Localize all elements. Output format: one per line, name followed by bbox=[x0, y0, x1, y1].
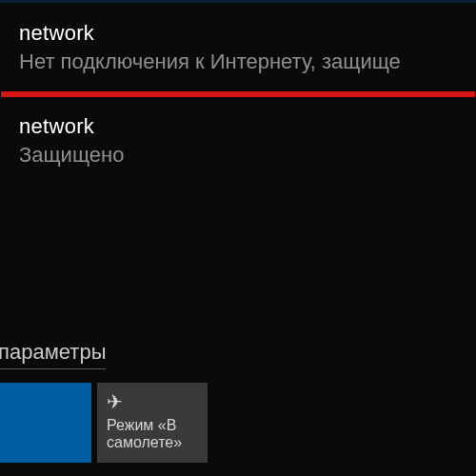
network-name: network bbox=[19, 114, 457, 139]
flyout-column: network Нет подключения к Интернету, защ… bbox=[0, 0, 476, 476]
wifi-icon bbox=[0, 390, 82, 413]
network-status: Нет подключения к Интернету, защище bbox=[19, 50, 457, 74]
airplane-mode-tile[interactable]: ✈ Режим «В самолете» bbox=[97, 383, 208, 463]
quick-tiles: ✈ Режим «В самолете» bbox=[0, 377, 476, 476]
airplane-icon: ✈ bbox=[107, 390, 198, 413]
network-status: Защищено bbox=[19, 143, 457, 168]
network-item-1[interactable]: network Нет подключения к Интернету, защ… bbox=[0, 0, 476, 91]
network-settings-link[interactable]: евые параметры bbox=[0, 340, 106, 369]
network-flyout: network Нет подключения к Интернету, защ… bbox=[0, 0, 476, 476]
airplane-tile-label: Режим «В самолете» bbox=[107, 417, 198, 452]
network-name: network bbox=[19, 21, 457, 46]
top-border bbox=[0, 0, 476, 3]
footer: евые параметры ✈ Режим «В самолете» bbox=[0, 332, 476, 476]
wifi-tile[interactable] bbox=[0, 383, 91, 463]
footer-heading-wrap: евые параметры bbox=[0, 340, 476, 377]
network-item-2[interactable]: network Защищено bbox=[0, 97, 476, 185]
